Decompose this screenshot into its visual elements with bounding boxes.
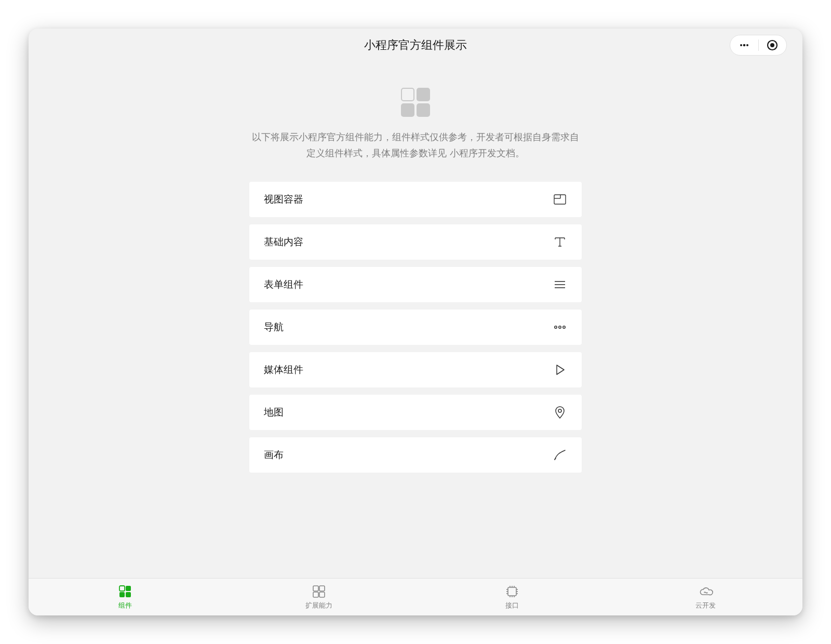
list-item-basic-content[interactable]: 基础内容 bbox=[249, 224, 582, 260]
list-item-label: 媒体组件 bbox=[264, 363, 303, 377]
tab-cloud[interactable]: 云开发 bbox=[609, 579, 803, 615]
svg-rect-20 bbox=[319, 586, 325, 591]
svg-point-2 bbox=[746, 44, 748, 46]
close-button[interactable] bbox=[759, 39, 787, 51]
svg-rect-22 bbox=[319, 592, 325, 597]
component-tab-icon bbox=[117, 584, 133, 599]
svg-point-11 bbox=[555, 326, 557, 328]
list-item-label: 表单组件 bbox=[264, 278, 303, 291]
tab-label: 接口 bbox=[505, 601, 519, 610]
cloud-tab-icon bbox=[698, 584, 714, 599]
list-item-label: 导航 bbox=[264, 320, 284, 334]
tabbar: 组件 扩展能力 bbox=[29, 578, 802, 615]
map-icon bbox=[553, 405, 567, 420]
container-icon bbox=[553, 192, 567, 207]
svg-point-4 bbox=[770, 43, 774, 47]
nav-icon bbox=[553, 320, 567, 334]
list-item-label: 基础内容 bbox=[264, 235, 303, 249]
target-icon bbox=[767, 39, 778, 51]
capsule-menu bbox=[730, 35, 787, 56]
list-item-navigation[interactable]: 导航 bbox=[249, 310, 582, 345]
header: 小程序官方组件展示 bbox=[29, 29, 802, 62]
svg-rect-15 bbox=[119, 586, 125, 591]
svg-rect-17 bbox=[119, 592, 125, 597]
api-tab-icon bbox=[504, 584, 520, 599]
tab-api[interactable]: 接口 bbox=[416, 579, 609, 615]
list-item-view-container[interactable]: 视图容器 bbox=[249, 182, 582, 217]
page-title: 小程序官方组件展示 bbox=[364, 37, 467, 53]
component-list: 视图容器 基础内容 表单组件 bbox=[249, 182, 582, 473]
list-item-label: 视图容器 bbox=[264, 193, 303, 206]
extension-tab-icon bbox=[311, 584, 327, 599]
list-item-canvas[interactable]: 画布 bbox=[249, 437, 582, 473]
tab-label: 组件 bbox=[118, 601, 132, 610]
media-icon bbox=[553, 363, 567, 377]
svg-rect-19 bbox=[313, 586, 318, 591]
svg-rect-23 bbox=[508, 587, 516, 596]
logo-icon bbox=[401, 88, 430, 117]
docs-link[interactable]: 小程序开发文档 bbox=[450, 148, 515, 158]
svg-point-12 bbox=[559, 326, 561, 328]
menu-button[interactable] bbox=[730, 39, 758, 51]
content-area: 以下将展示小程序官方组件能力，组件样式仅供参考，开发者可根据自身需求自定义组件样… bbox=[29, 62, 802, 578]
svg-point-13 bbox=[563, 326, 565, 328]
svg-rect-5 bbox=[554, 195, 566, 204]
text-icon bbox=[553, 235, 567, 249]
list-item-form[interactable]: 表单组件 bbox=[249, 267, 582, 302]
description-text: 以下将展示小程序官方组件能力，组件样式仅供参考，开发者可根据自身需求自定义组件样… bbox=[249, 129, 582, 161]
form-icon bbox=[553, 277, 567, 292]
svg-point-0 bbox=[740, 44, 742, 46]
svg-rect-21 bbox=[313, 592, 318, 597]
tab-extension[interactable]: 扩展能力 bbox=[222, 579, 416, 615]
svg-point-1 bbox=[743, 44, 745, 47]
more-icon bbox=[738, 39, 750, 51]
list-item-label: 画布 bbox=[264, 448, 284, 462]
svg-rect-18 bbox=[126, 592, 131, 597]
list-item-media[interactable]: 媒体组件 bbox=[249, 352, 582, 387]
tab-label: 云开发 bbox=[695, 601, 716, 610]
list-item-label: 地图 bbox=[264, 406, 284, 419]
svg-point-14 bbox=[558, 409, 561, 412]
app-window: 小程序官方组件展示 bbox=[29, 29, 802, 615]
tab-label: 扩展能力 bbox=[305, 601, 332, 610]
tab-component[interactable]: 组件 bbox=[29, 579, 222, 615]
canvas-icon bbox=[553, 448, 567, 462]
svg-rect-16 bbox=[126, 586, 131, 591]
list-item-map[interactable]: 地图 bbox=[249, 395, 582, 430]
